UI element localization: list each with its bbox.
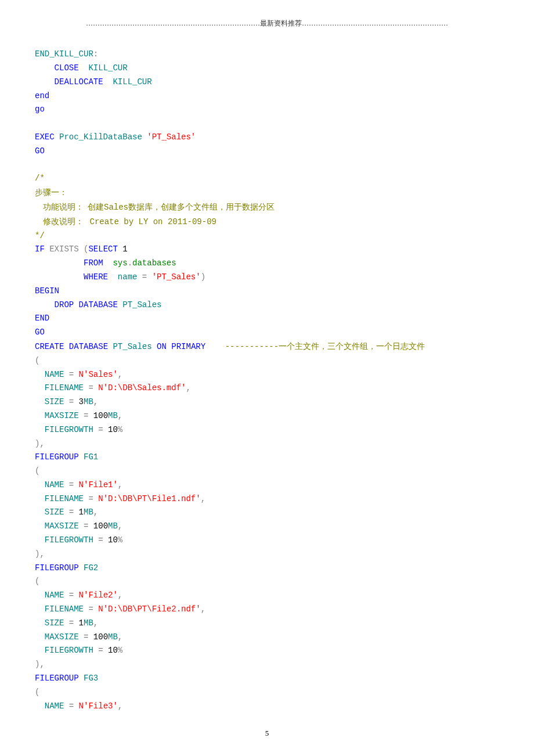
code-token: MB bbox=[108, 632, 118, 642]
code-token: 步骤一： bbox=[35, 188, 67, 197]
code-token: FILENAME bbox=[35, 494, 88, 503]
code-token: 100 bbox=[88, 411, 108, 420]
code-token: MB bbox=[84, 507, 93, 517]
code-token: = bbox=[88, 383, 93, 393]
code-token: 1 bbox=[118, 244, 128, 254]
code-token: ----------- bbox=[205, 342, 279, 351]
code-token: , bbox=[118, 521, 122, 531]
code-token: 一个主文件，三个文件组，一个日志文件 bbox=[279, 342, 425, 351]
code-token: DEALLOCATE bbox=[55, 77, 103, 87]
code-token: ), bbox=[35, 549, 45, 559]
code-token: ), bbox=[35, 439, 45, 448]
code-token: MAXSIZE bbox=[35, 521, 84, 531]
code-token: END_KILL_CUR bbox=[35, 49, 93, 59]
code-token: % bbox=[118, 425, 122, 434]
code-token: 1 bbox=[74, 507, 84, 517]
code-token: , bbox=[118, 701, 122, 711]
code-token: FILENAME bbox=[35, 383, 88, 393]
code-token: GO bbox=[35, 146, 45, 156]
code-token: % bbox=[118, 535, 122, 545]
code-token: DATABASE bbox=[64, 342, 108, 351]
code-token: PT_Sales bbox=[118, 300, 162, 309]
code-token: = bbox=[69, 370, 74, 379]
code-token: MB bbox=[84, 618, 93, 628]
code-token: N'File2' bbox=[74, 591, 118, 600]
code-token: Create by LY on 2011-09-09 bbox=[90, 217, 217, 226]
code-token: 数据库，创建多个文件组，用于数据分区 bbox=[128, 203, 275, 211]
code-token: ( bbox=[35, 577, 39, 586]
code-token: 'PT_Sales' bbox=[147, 132, 196, 142]
code-token: FG3 bbox=[79, 674, 99, 683]
code-token: NAME bbox=[35, 480, 69, 489]
code-token: MB bbox=[84, 397, 93, 406]
code-token: MAXSIZE bbox=[35, 632, 84, 642]
code-token: = bbox=[88, 604, 93, 614]
code-token: = bbox=[69, 591, 74, 600]
code-token: FILEGROWTH bbox=[35, 646, 98, 655]
code-token: N'D:\DB\PT\File2.ndf' bbox=[93, 604, 201, 614]
code-token: 10 bbox=[103, 646, 118, 655]
code-token: DROP bbox=[55, 300, 74, 309]
code-token: IF bbox=[35, 244, 45, 254]
code-token: 修改说明： bbox=[35, 217, 90, 226]
code-token: ) bbox=[201, 272, 205, 282]
code-token: DATABASE bbox=[74, 300, 118, 309]
code-token: = bbox=[88, 494, 93, 503]
code-token: GO bbox=[35, 327, 45, 337]
code-token: SELECT bbox=[88, 244, 117, 254]
code-token: name bbox=[108, 272, 142, 282]
code-token: = bbox=[69, 480, 74, 489]
code-token: N'File1' bbox=[74, 480, 118, 489]
code-token: */ bbox=[35, 231, 45, 240]
code-token: : bbox=[93, 49, 98, 59]
code-token: 100 bbox=[88, 632, 108, 642]
code-token: ( bbox=[35, 687, 39, 697]
code-token: = bbox=[69, 618, 74, 628]
code-token: FILEGROWTH bbox=[35, 425, 98, 434]
code-token: NAME bbox=[35, 591, 69, 600]
code-token: . bbox=[128, 258, 132, 268]
code-token: , bbox=[118, 370, 122, 379]
code-token: FILENAME bbox=[35, 604, 88, 614]
code-token: Sales bbox=[104, 203, 128, 212]
code-token: FILEGROWTH bbox=[35, 535, 98, 545]
code-token: SIZE bbox=[35, 618, 69, 628]
code-token: = bbox=[69, 701, 74, 711]
code-token: end bbox=[35, 91, 49, 100]
code-token: N'D:\DB\Sales.mdf' bbox=[93, 383, 186, 393]
code-token: FROM bbox=[84, 258, 103, 268]
code-token: 10 bbox=[103, 425, 118, 434]
code-token: END bbox=[35, 314, 49, 323]
code-token: KILL_CUR bbox=[79, 63, 128, 73]
code-token: Proc_KillDataBase bbox=[55, 132, 147, 142]
page-number: 5 bbox=[35, 727, 499, 740]
sql-code-block: END_KILL_CUR: CLOSE KILL_CUR DEALLOCATE … bbox=[35, 34, 499, 713]
code-token: NAME bbox=[35, 370, 69, 379]
code-token: = bbox=[142, 272, 147, 282]
code-token: BEGIN bbox=[35, 286, 59, 296]
code-token: PRIMARY bbox=[167, 342, 205, 351]
code-token: FILEGROUP bbox=[35, 563, 79, 573]
code-token: ON bbox=[157, 342, 167, 351]
code-token: MB bbox=[108, 521, 118, 531]
code-token: WHERE bbox=[84, 272, 108, 282]
code-token: % bbox=[118, 646, 122, 655]
code-token: , bbox=[118, 591, 122, 600]
code-token: FG2 bbox=[79, 563, 99, 573]
code-token: CLOSE bbox=[55, 63, 79, 73]
code-token: N'Sales' bbox=[74, 370, 118, 379]
code-token: PT_Sales bbox=[108, 342, 157, 351]
code-token: NAME bbox=[35, 701, 69, 711]
code-token: go bbox=[35, 105, 45, 114]
code-token: MB bbox=[108, 411, 118, 420]
code-token: , bbox=[93, 507, 98, 517]
code-token: , bbox=[93, 397, 98, 406]
page-header: …………………………………………………………………最新资料推荐………………………… bbox=[35, 17, 499, 29]
code-token: = bbox=[69, 507, 74, 517]
code-token: SIZE bbox=[35, 397, 69, 406]
code-token: MAXSIZE bbox=[35, 411, 84, 420]
code-token: = bbox=[69, 397, 74, 406]
code-token: EXEC bbox=[35, 132, 55, 142]
code-token: 1 bbox=[74, 618, 84, 628]
code-token: KILL_CUR bbox=[103, 77, 152, 87]
